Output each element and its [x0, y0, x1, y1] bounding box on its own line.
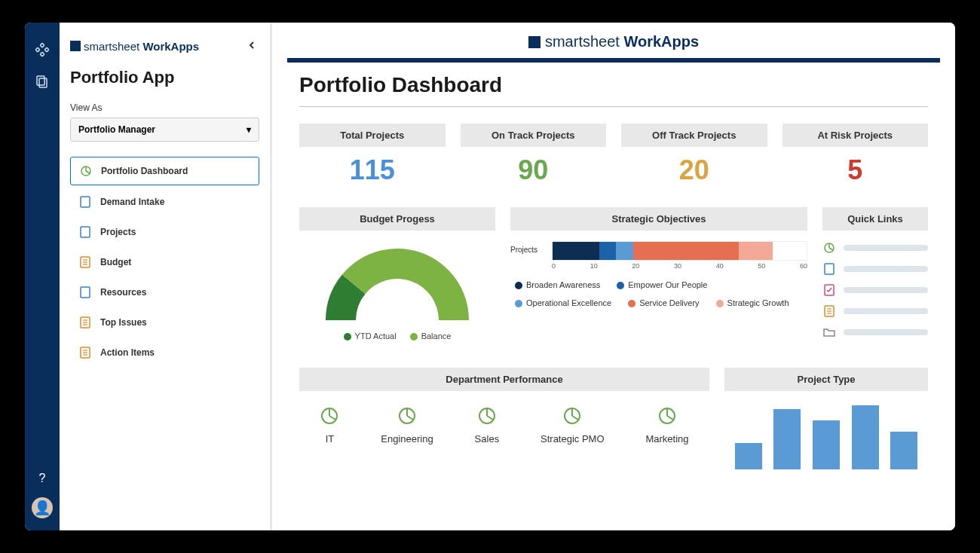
kpi-label: Off Track Projects: [621, 124, 767, 147]
main-brand: smartsheet WorkApps: [528, 33, 699, 50]
project-type-panel: Project Type: [724, 368, 928, 469]
page-title: Portfolio Dashboard: [299, 73, 928, 97]
svg-rect-0: [40, 43, 44, 47]
dept-panel-title: Department Performance: [299, 368, 709, 391]
kpi-value: 115: [299, 154, 446, 186]
quicklinks-panel: Quick Links: [822, 207, 928, 347]
strategic-chart: Projects 0102030405060: [510, 241, 807, 270]
nav-item-label: Portfolio Dashboard: [101, 166, 188, 176]
dept-item-engineering[interactable]: Engineering: [381, 406, 433, 445]
svg-rect-8: [81, 227, 90, 237]
budget-gauge-chart: [299, 241, 495, 324]
project-type-chart: [724, 402, 928, 469]
brand-logo: smartsheet WorkApps: [70, 40, 199, 53]
legend-item: Empower Our People: [617, 280, 707, 289]
quick-link[interactable]: [822, 325, 928, 339]
sheet-icon: [822, 262, 836, 276]
legend-item: Balance: [410, 331, 452, 341]
nav-item-top-issues[interactable]: Top Issues: [70, 309, 259, 336]
nav-item-action-items[interactable]: Action Items: [70, 339, 259, 366]
quicklinks-title: Quick Links: [822, 207, 928, 231]
viewas-select[interactable]: Portfolio Manager ▾: [70, 118, 259, 142]
type-bar: [773, 409, 801, 469]
viewas-label: View As: [70, 102, 259, 113]
svg-rect-13: [81, 287, 90, 298]
collapse-sidebar-button[interactable]: [244, 38, 259, 54]
pie-icon: [822, 241, 836, 255]
nav-item-label: Projects: [100, 227, 136, 237]
type-bar: [890, 432, 917, 469]
kpi-off-track-projects: Off Track Projects20: [621, 124, 767, 186]
rail-app-icon[interactable]: [33, 41, 51, 59]
legend-item: Strategic Growth: [716, 298, 789, 307]
kpi-value: 90: [461, 154, 607, 186]
svg-rect-3: [40, 52, 44, 57]
dept-item-it[interactable]: IT: [320, 406, 339, 445]
sheet-icon: [79, 286, 91, 298]
kpi-total-projects: Total Projects115: [299, 124, 446, 186]
strat-segment: [553, 242, 599, 260]
strategic-panel: Strategic Objectives Projects 0102030405…: [510, 207, 807, 347]
folder-icon: [822, 325, 836, 339]
dept-label: Engineering: [381, 433, 433, 445]
lines-icon: [79, 256, 91, 268]
project-type-title: Project Type: [724, 368, 928, 391]
nav-item-label: Demand Intake: [100, 197, 164, 207]
budget-panel: Budget Progess YTD ActualBalance: [299, 207, 495, 347]
dept-label: Sales: [475, 433, 500, 445]
dept-label: IT: [320, 433, 339, 445]
strat-segment: [599, 242, 616, 260]
nav-item-label: Top Issues: [100, 317, 147, 328]
lines-icon: [79, 347, 91, 359]
kpi-row: Total Projects115On Track Projects90Off …: [299, 124, 928, 186]
nav-item-demand-intake[interactable]: Demand Intake: [70, 188, 259, 215]
nav-item-portfolio-dashboard[interactable]: Portfolio Dashboard: [70, 157, 259, 185]
lines-icon: [79, 316, 91, 328]
kpi-label: At Risk Projects: [782, 124, 929, 147]
strat-segment: [616, 242, 632, 260]
main-divider: [287, 58, 940, 63]
sheet-icon: [79, 226, 91, 238]
main-content: smartsheet WorkApps Portfolio Dashboard …: [272, 23, 955, 530]
app-frame: ? 👤 smartsheet WorkApps Portfolio App Vi…: [25, 23, 955, 530]
dept-item-sales[interactable]: Sales: [475, 406, 500, 445]
form-icon: [822, 283, 836, 297]
svg-rect-7: [81, 197, 90, 207]
strategic-panel-title: Strategic Objectives: [510, 207, 807, 231]
dept-item-marketing[interactable]: Marketing: [645, 406, 688, 445]
nav-item-budget[interactable]: Budget: [70, 249, 259, 276]
kpi-label: Total Projects: [299, 124, 446, 147]
svg-rect-23: [825, 264, 834, 274]
nav-item-label: Budget: [100, 257, 131, 267]
legend-item: Service Delivery: [628, 298, 699, 307]
quick-link[interactable]: [822, 241, 928, 255]
user-avatar[interactable]: 👤: [32, 497, 53, 518]
quick-link[interactable]: [822, 304, 928, 318]
dept-label: Marketing: [645, 433, 688, 445]
nav-item-projects[interactable]: Projects: [70, 218, 259, 246]
type-bar: [735, 443, 762, 469]
legend-item: Broaden Awareness: [515, 280, 600, 289]
nav-item-resources[interactable]: Resources: [70, 279, 259, 306]
help-icon[interactable]: ?: [39, 472, 46, 485]
strat-segment: [633, 242, 739, 260]
lines-icon: [822, 304, 836, 318]
legend-item: Operational Excellence: [515, 298, 611, 307]
pie-icon: [475, 406, 500, 429]
nav-item-label: Resources: [100, 287, 146, 298]
pie-icon: [541, 406, 605, 429]
nav-item-label: Action Items: [100, 347, 155, 358]
chevron-down-icon: ▾: [247, 124, 251, 135]
svg-rect-1: [35, 47, 40, 52]
strat-segment: [739, 242, 773, 260]
kpi-value: 20: [621, 154, 767, 186]
legend-item: YTD Actual: [344, 331, 397, 341]
pie-icon: [381, 406, 433, 429]
kpi-at-risk-projects: At Risk Projects5: [782, 124, 929, 186]
left-rail: ? 👤: [25, 23, 60, 530]
quick-link[interactable]: [822, 262, 928, 276]
type-bar: [852, 405, 879, 469]
quick-link[interactable]: [822, 283, 928, 297]
rail-projects-icon[interactable]: [33, 72, 51, 90]
dept-item-strategic-pmo[interactable]: Strategic PMO: [541, 406, 605, 445]
